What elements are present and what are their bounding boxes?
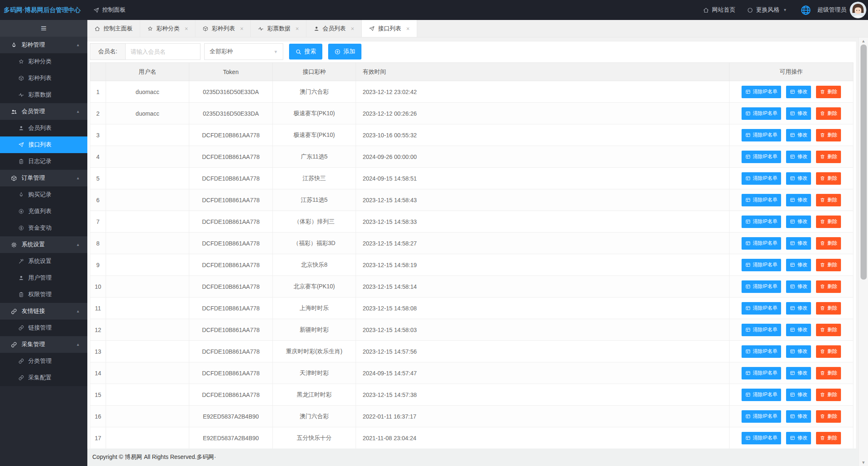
tab-2[interactable]: 彩种列表× <box>195 20 251 37</box>
delete-button[interactable]: 删除 <box>816 302 841 315</box>
delete-button[interactable]: 删除 <box>816 345 841 358</box>
delete-button[interactable]: 删除 <box>816 129 841 141</box>
member-name-input[interactable] <box>126 43 200 60</box>
edit-button[interactable]: 修改 <box>786 302 811 315</box>
sidebar-item-member-list[interactable]: 会员列表 <box>0 120 87 136</box>
sidebar-item-permission-management[interactable]: 权限管理 <box>0 286 87 303</box>
close-icon[interactable]: × <box>406 25 410 32</box>
sidebar-item-recharge-list[interactable]: 充值列表 <box>0 203 87 220</box>
lottery-select[interactable]: 全部彩种 ▼ <box>204 43 283 60</box>
topbar-site-home[interactable]: 网站首页 <box>697 0 741 20</box>
tab-0[interactable]: 控制主面板 <box>87 20 140 37</box>
edit-button[interactable]: 修改 <box>786 280 811 293</box>
sidebar-section-0[interactable]: 彩种管理▲ <box>0 37 87 53</box>
edit-button[interactable]: 修改 <box>786 172 811 185</box>
gear-icon <box>11 242 17 248</box>
edit-button[interactable]: 修改 <box>786 324 811 336</box>
edit-button[interactable]: 修改 <box>786 237 811 250</box>
clear-ip-button[interactable]: 清除IP名单 <box>742 194 781 206</box>
edit-button[interactable]: 修改 <box>786 259 811 271</box>
edit-button[interactable]: 修改 <box>786 410 811 423</box>
clear-ip-button[interactable]: 清除IP名单 <box>742 410 781 423</box>
table-row: 2duomacc0235D316D50E33DA极速赛车(PK10)2023-1… <box>90 103 853 124</box>
edit-button[interactable]: 修改 <box>786 86 811 98</box>
sidebar-item-lottery-list[interactable]: 彩种列表 <box>0 70 87 87</box>
close-icon[interactable]: × <box>240 25 243 32</box>
sidebar-section-4[interactable]: 友情链接▲ <box>0 303 87 320</box>
tab-5[interactable]: 接口列表× <box>362 20 417 37</box>
delete-button[interactable]: 删除 <box>816 367 841 379</box>
clear-ip-button[interactable]: 清除IP名单 <box>742 367 781 379</box>
scrollbar-thumb[interactable] <box>861 45 867 280</box>
clear-ip-button[interactable]: 清除IP名单 <box>742 129 781 141</box>
add-button[interactable]: 添加 <box>328 44 361 59</box>
delete-button[interactable]: 删除 <box>816 280 841 293</box>
delete-button[interactable]: 删除 <box>816 151 841 163</box>
sidebar-item-system-settings[interactable]: 系统设置 <box>0 253 87 270</box>
edit-button[interactable]: 修改 <box>786 107 811 120</box>
app-logo[interactable]: 多码网·博易网后台管理中心 <box>0 6 87 14</box>
tab-1[interactable]: 彩种分类× <box>140 20 195 37</box>
sidebar-item-log-record[interactable]: 日志记录 <box>0 153 87 170</box>
sidebar-section-3[interactable]: 系统设置▲ <box>0 236 87 253</box>
delete-button[interactable]: 删除 <box>816 410 841 423</box>
edit-button[interactable]: 修改 <box>786 345 811 358</box>
clear-ip-button[interactable]: 清除IP名单 <box>742 302 781 315</box>
edit-button[interactable]: 修改 <box>786 367 811 379</box>
edit-button[interactable]: 修改 <box>786 389 811 401</box>
delete-button[interactable]: 删除 <box>816 237 841 250</box>
delete-button[interactable]: 删除 <box>816 389 841 401</box>
clear-ip-button[interactable]: 清除IP名单 <box>742 389 781 401</box>
delete-button[interactable]: 删除 <box>816 194 841 206</box>
scroll-up-icon[interactable]: ▲ <box>859 39 868 43</box>
delete-button[interactable]: 删除 <box>816 259 841 271</box>
close-icon[interactable]: × <box>295 25 299 32</box>
sidebar-item-collect-config[interactable]: 采集配置 <box>0 369 87 386</box>
avatar[interactable] <box>850 2 866 18</box>
edit-button[interactable]: 修改 <box>786 151 811 163</box>
sidebar-section-2[interactable]: 订单管理▲ <box>0 170 87 186</box>
clear-ip-button[interactable]: 清除IP名单 <box>742 107 781 120</box>
cell-valid-time: 2021-11-08 23:04:24 <box>356 427 730 449</box>
delete-button[interactable]: 删除 <box>816 107 841 120</box>
clear-ip-button[interactable]: 清除IP名单 <box>742 237 781 250</box>
clear-ip-button[interactable]: 清除IP名单 <box>742 172 781 185</box>
sidebar-section-5[interactable]: 采集管理▲ <box>0 336 87 353</box>
scroll-down-icon[interactable]: ▼ <box>859 460 868 465</box>
edit-button[interactable]: 修改 <box>786 194 811 206</box>
sidebar-item-lottery-data[interactable]: 彩票数据 <box>0 87 87 103</box>
sidebar-item-api-list[interactable]: 接口列表 <box>0 136 87 153</box>
sidebar-collapse-toggle[interactable]: ≡ <box>0 20 87 37</box>
sidebar-item-purchase-record[interactable]: 购买记录 <box>0 186 87 203</box>
clear-ip-button[interactable]: 清除IP名单 <box>742 432 781 444</box>
sidebar-item-link-management[interactable]: 链接管理 <box>0 320 87 336</box>
topbar-change-style[interactable]: 更换风格 ▼ <box>741 0 793 20</box>
sidebar-item-category-management[interactable]: 分类管理 <box>0 353 87 369</box>
edit-button[interactable]: 修改 <box>786 129 811 141</box>
close-icon[interactable]: × <box>185 25 188 32</box>
admin-name[interactable]: 超级管理员 <box>817 6 846 14</box>
search-button[interactable]: 搜索 <box>289 44 322 59</box>
delete-button[interactable]: 删除 <box>816 216 841 228</box>
sidebar-item-lottery-category[interactable]: 彩种分类 <box>0 53 87 70</box>
close-icon[interactable]: × <box>351 25 354 32</box>
clear-ip-button[interactable]: 清除IP名单 <box>742 345 781 358</box>
clear-ip-button[interactable]: 清除IP名单 <box>742 324 781 336</box>
clear-ip-button[interactable]: 清除IP名单 <box>742 86 781 98</box>
sidebar-item-user-management[interactable]: 用户管理 <box>0 270 87 286</box>
sidebar-section-1[interactable]: 会员管理▲ <box>0 103 87 120</box>
clear-ip-button[interactable]: 清除IP名单 <box>742 280 781 293</box>
delete-button[interactable]: 删除 <box>816 432 841 444</box>
clear-ip-button[interactable]: 清除IP名单 <box>742 151 781 163</box>
delete-button[interactable]: 删除 <box>816 86 841 98</box>
tab-4[interactable]: 会员列表× <box>307 20 362 37</box>
clear-ip-button[interactable]: 清除IP名单 <box>742 216 781 228</box>
edit-button[interactable]: 修改 <box>786 216 811 228</box>
topbar-dashboard[interactable]: 控制面板 <box>87 0 131 20</box>
edit-button[interactable]: 修改 <box>786 432 811 444</box>
delete-button[interactable]: 删除 <box>816 172 841 185</box>
tab-3[interactable]: 彩票数据× <box>251 20 306 37</box>
clear-ip-button[interactable]: 清除IP名单 <box>742 259 781 271</box>
delete-button[interactable]: 删除 <box>816 324 841 336</box>
sidebar-item-fund-change[interactable]: 资金变动 <box>0 220 87 236</box>
